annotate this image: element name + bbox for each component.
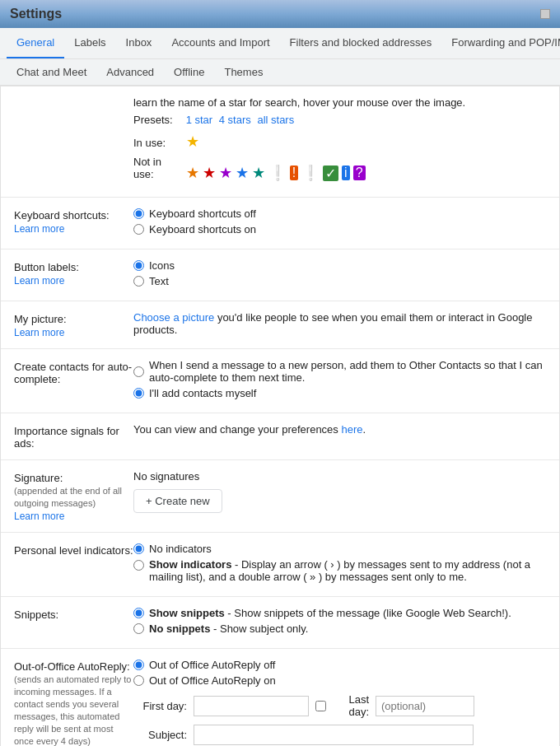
manual-add-option: I'll add contacts myself bbox=[133, 387, 546, 399]
tab-themes[interactable]: Themes bbox=[214, 59, 273, 85]
shortcuts-on-radio[interactable] bbox=[133, 224, 144, 235]
oof-off-option: Out of Office AutoReply off bbox=[133, 659, 546, 671]
oof-fields: First day: Last day: Subject: Message: bbox=[133, 693, 546, 746]
tab-advanced[interactable]: Advanced bbox=[96, 59, 164, 85]
stars-intro-row: learn the name of a star for search, hov… bbox=[1, 86, 559, 198]
show-indicators-label: Show indicators - Display an arrow ( › )… bbox=[149, 558, 546, 583]
button-labels-learn-more[interactable]: Learn more bbox=[14, 275, 133, 287]
tab-offline[interactable]: Offline bbox=[164, 59, 214, 85]
oof-off-label: Out of Office AutoReply off bbox=[149, 659, 275, 671]
shortcuts-on-option: Keyboard shortcuts on bbox=[133, 223, 546, 235]
oof-off-radio[interactable] bbox=[133, 660, 144, 670]
no-snippets-radio[interactable] bbox=[133, 623, 144, 634]
manual-add-radio[interactable] bbox=[133, 388, 144, 399]
oof-subject-label: Subject: bbox=[133, 729, 187, 741]
exclaim-orange: ❕ bbox=[268, 164, 287, 182]
show-snippets-option: Show snippets - Show snippets of the mes… bbox=[133, 607, 546, 619]
create-new-signature-button[interactable]: + Create new bbox=[133, 489, 222, 513]
stars-intro-text: learn the name of a star for search, hov… bbox=[133, 96, 546, 109]
preset-allstars[interactable]: all stars bbox=[257, 114, 294, 126]
text-radio[interactable] bbox=[133, 276, 144, 287]
oof-on-label: Out of Office AutoReply on bbox=[149, 674, 276, 687]
oof-last-day-checkbox[interactable] bbox=[315, 701, 326, 711]
title-bar: Settings bbox=[0, 0, 560, 28]
icons-label: Icons bbox=[149, 259, 175, 272]
show-indicators-option: Show indicators - Display an arrow ( › )… bbox=[133, 558, 546, 583]
importance-signals-link[interactable]: here bbox=[341, 423, 362, 436]
signature-row: Signature: (appended at the end of all o… bbox=[1, 460, 559, 533]
my-picture-row: My picture: Learn more Choose a picture … bbox=[1, 301, 559, 349]
show-snippets-label: Show snippets - Show snippets of the mes… bbox=[149, 607, 511, 619]
exclaim-red: ❕ bbox=[301, 164, 320, 182]
tab-accounts-import[interactable]: Accounts and Import bbox=[161, 28, 279, 59]
keyboard-shortcuts-label: Keyboard shortcuts: Learn more bbox=[14, 207, 133, 235]
show-snippets-radio[interactable] bbox=[133, 608, 144, 618]
icons-radio[interactable] bbox=[133, 260, 144, 271]
out-of-office-content: Out of Office AutoReply off Out of Offic… bbox=[133, 659, 546, 746]
tab-forwarding[interactable]: Forwarding and POP/IMAP bbox=[441, 28, 560, 59]
star-teal: ★ bbox=[252, 164, 265, 182]
tab-filters[interactable]: Filters and blocked addresses bbox=[280, 28, 442, 59]
keyboard-shortcuts-learn-more[interactable]: Learn more bbox=[14, 223, 133, 235]
auto-add-radio[interactable] bbox=[133, 366, 144, 377]
oof-last-day-input[interactable] bbox=[376, 696, 474, 716]
signature-learn-more[interactable]: Learn more bbox=[14, 511, 133, 522]
oof-on-radio[interactable] bbox=[133, 675, 144, 686]
oof-on-option: Out of Office AutoReply on bbox=[133, 674, 546, 687]
not-in-use-row: Not in use: ★ ★ ★ ★ ★ ❕ ! ❕ ✓ i ? bbox=[133, 156, 546, 182]
text-label: Text bbox=[149, 275, 169, 287]
auto-add-option: When I send a message to a new person, a… bbox=[133, 359, 546, 384]
shortcuts-on-label: Keyboard shortcuts on bbox=[149, 223, 256, 235]
oof-last-day-checkbox-label: Last day: bbox=[315, 693, 369, 718]
in-use-row: In use: ★ bbox=[133, 133, 546, 151]
out-of-office-row: Out-of-Office AutoReply: (sends an autom… bbox=[1, 649, 559, 746]
star-orange: ★ bbox=[186, 164, 199, 182]
tab-labels[interactable]: Labels bbox=[64, 28, 115, 59]
oof-subject-input[interactable] bbox=[194, 725, 474, 745]
tab-inbox[interactable]: Inbox bbox=[116, 28, 162, 59]
oof-last-day-label: Last day: bbox=[329, 693, 369, 718]
importance-signals-suffix: . bbox=[363, 423, 366, 436]
star-red: ★ bbox=[203, 164, 216, 182]
importance-signals-row: Importance signals for ads: You can view… bbox=[1, 413, 559, 460]
tab-chat-meet[interactable]: Chat and Meet bbox=[7, 59, 96, 85]
auto-add-label: When I send a message to a new person, a… bbox=[149, 359, 546, 384]
no-indicators-option: No indicators bbox=[133, 543, 546, 555]
no-indicators-radio[interactable] bbox=[133, 543, 144, 554]
personal-level-indicators-options: No indicators Show indicators - Display … bbox=[133, 543, 546, 586]
secondary-nav: Chat and Meet Advanced Offline Themes bbox=[0, 59, 560, 86]
window-controls[interactable] bbox=[540, 9, 550, 19]
icons-option: Icons bbox=[133, 259, 546, 272]
out-of-office-sub-label: (sends an automated reply to incoming me… bbox=[14, 674, 131, 746]
shortcuts-off-radio[interactable] bbox=[133, 208, 144, 219]
tab-general[interactable]: General bbox=[7, 28, 64, 59]
not-in-use-label: Not in use: bbox=[133, 156, 183, 180]
my-picture-label: My picture: Learn more bbox=[14, 311, 133, 338]
oof-first-day-input[interactable] bbox=[194, 696, 309, 716]
button-labels-label: Button labels: Learn more bbox=[14, 259, 133, 287]
exclaim-red-filled: ! bbox=[290, 166, 298, 180]
importance-signals-text: You can view and change your preferences bbox=[133, 423, 341, 436]
preset-1star[interactable]: 1 star bbox=[186, 114, 213, 126]
personal-level-indicators-label: Personal level indicators: bbox=[14, 543, 133, 557]
signature-content: No signatures + Create new bbox=[133, 470, 546, 513]
snippets-options: Show snippets - Show snippets of the mes… bbox=[133, 607, 546, 638]
create-contacts-options: When I send a message to a new person, a… bbox=[133, 359, 546, 403]
keyboard-shortcuts-row: Keyboard shortcuts: Learn more Keyboard … bbox=[1, 198, 559, 249]
signature-label: Signature: (appended at the end of all o… bbox=[14, 470, 133, 522]
settings-content: learn the name of a star for search, hov… bbox=[0, 86, 560, 746]
button-labels-options: Icons Text bbox=[133, 259, 546, 291]
preset-4stars[interactable]: 4 stars bbox=[219, 114, 251, 126]
text-option: Text bbox=[133, 275, 546, 287]
importance-signals-label: Importance signals for ads: bbox=[14, 423, 133, 450]
manual-add-label: I'll add contacts myself bbox=[149, 387, 256, 399]
choose-picture-link[interactable]: Choose a picture bbox=[133, 311, 214, 324]
show-indicators-radio[interactable] bbox=[133, 560, 144, 571]
no-indicators-label: No indicators bbox=[149, 543, 212, 555]
my-picture-learn-more[interactable]: Learn more bbox=[14, 327, 133, 338]
oof-subject-row: Subject: bbox=[133, 725, 546, 745]
star-purple: ★ bbox=[219, 164, 232, 182]
shortcuts-off-label: Keyboard shortcuts off bbox=[149, 207, 256, 220]
button-labels-row: Button labels: Learn more Icons Text bbox=[1, 249, 559, 301]
presets-row: Presets: 1 star 4 stars all stars bbox=[133, 114, 546, 126]
